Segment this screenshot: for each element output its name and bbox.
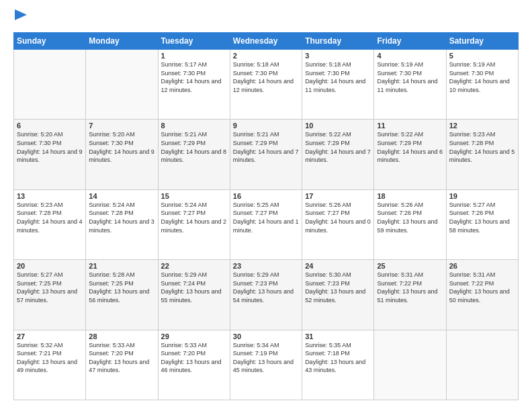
day-number: 9 (233, 122, 299, 130)
calendar-cell: 11Sunrise: 5:22 AM Sunset: 7:29 PM Dayli… (374, 120, 446, 189)
day-info: Sunrise: 5:17 AM Sunset: 7:30 PM Dayligh… (161, 60, 227, 94)
day-info: Sunrise: 5:24 AM Sunset: 7:28 PM Dayligh… (89, 201, 154, 234)
day-info: Sunrise: 5:19 AM Sunset: 7:30 PM Dayligh… (377, 60, 443, 94)
week-row-2: 6Sunrise: 5:20 AM Sunset: 7:30 PM Daylig… (14, 120, 519, 189)
calendar-cell: 6Sunrise: 5:20 AM Sunset: 7:30 PM Daylig… (14, 120, 86, 189)
day-number: 12 (449, 122, 515, 130)
calendar-cell: 18Sunrise: 5:26 AM Sunset: 7:26 PM Dayli… (374, 189, 446, 259)
day-info: Sunrise: 5:35 AM Sunset: 7:18 PM Dayligh… (305, 341, 371, 375)
day-number: 23 (233, 262, 299, 270)
day-number: 24 (305, 262, 371, 270)
calendar-table: SundayMondayTuesdayWednesdayThursdayFrid… (13, 32, 519, 400)
day-number: 11 (377, 122, 443, 130)
day-info: Sunrise: 5:27 AM Sunset: 7:26 PM Dayligh… (449, 201, 515, 234)
calendar-cell (14, 50, 86, 120)
day-number: 14 (89, 192, 154, 200)
calendar-cell: 19Sunrise: 5:27 AM Sunset: 7:26 PM Dayli… (446, 189, 518, 259)
calendar-cell: 8Sunrise: 5:21 AM Sunset: 7:29 PM Daylig… (158, 120, 230, 189)
day-number: 6 (17, 122, 83, 130)
calendar-cell: 30Sunrise: 5:34 AM Sunset: 7:19 PM Dayli… (230, 330, 302, 400)
calendar-cell: 12Sunrise: 5:23 AM Sunset: 7:28 PM Dayli… (446, 120, 518, 189)
calendar-cell: 27Sunrise: 5:32 AM Sunset: 7:21 PM Dayli… (14, 330, 86, 400)
weekday-wednesday: Wednesday (230, 33, 302, 50)
week-row-5: 27Sunrise: 5:32 AM Sunset: 7:21 PM Dayli… (14, 330, 519, 400)
day-number: 20 (17, 262, 83, 270)
calendar-cell: 26Sunrise: 5:31 AM Sunset: 7:22 PM Dayli… (446, 260, 518, 330)
calendar-cell: 25Sunrise: 5:31 AM Sunset: 7:22 PM Dayli… (374, 260, 446, 330)
logo-flag-icon (15, 9, 27, 24)
day-info: Sunrise: 5:26 AM Sunset: 7:27 PM Dayligh… (305, 201, 371, 234)
week-row-3: 13Sunrise: 5:23 AM Sunset: 7:28 PM Dayli… (14, 189, 519, 259)
day-info: Sunrise: 5:20 AM Sunset: 7:30 PM Dayligh… (17, 130, 83, 164)
day-info: Sunrise: 5:27 AM Sunset: 7:25 PM Dayligh… (17, 271, 83, 304)
day-number: 2 (233, 52, 299, 60)
day-info: Sunrise: 5:20 AM Sunset: 7:30 PM Dayligh… (89, 130, 154, 164)
weekday-tuesday: Tuesday (158, 33, 230, 50)
day-number: 22 (161, 262, 227, 270)
weekday-monday: Monday (86, 33, 158, 50)
day-number: 16 (233, 192, 299, 200)
day-info: Sunrise: 5:18 AM Sunset: 7:30 PM Dayligh… (305, 60, 371, 94)
weekday-saturday: Saturday (446, 33, 518, 50)
header (13, 11, 519, 26)
calendar-cell (446, 330, 518, 400)
svg-marker-0 (15, 9, 27, 20)
calendar-cell: 31Sunrise: 5:35 AM Sunset: 7:18 PM Dayli… (302, 330, 374, 400)
calendar-cell: 21Sunrise: 5:28 AM Sunset: 7:25 PM Dayli… (86, 260, 158, 330)
day-number: 15 (161, 192, 227, 200)
calendar-cell (374, 330, 446, 400)
weekday-thursday: Thursday (302, 33, 374, 50)
day-number: 17 (305, 192, 371, 200)
calendar-cell: 5Sunrise: 5:19 AM Sunset: 7:30 PM Daylig… (446, 50, 518, 120)
day-info: Sunrise: 5:33 AM Sunset: 7:20 PM Dayligh… (161, 341, 227, 375)
day-info: Sunrise: 5:26 AM Sunset: 7:26 PM Dayligh… (377, 201, 443, 234)
day-number: 1 (161, 52, 227, 60)
page: SundayMondayTuesdayWednesdayThursdayFrid… (0, 0, 532, 411)
day-number: 21 (89, 262, 154, 270)
day-number: 27 (17, 332, 83, 340)
day-info: Sunrise: 5:21 AM Sunset: 7:29 PM Dayligh… (233, 130, 299, 164)
day-number: 28 (89, 332, 154, 340)
weekday-friday: Friday (374, 33, 446, 50)
day-info: Sunrise: 5:30 AM Sunset: 7:23 PM Dayligh… (305, 271, 371, 304)
weekday-header-row: SundayMondayTuesdayWednesdayThursdayFrid… (14, 33, 519, 50)
day-info: Sunrise: 5:25 AM Sunset: 7:27 PM Dayligh… (233, 201, 299, 234)
calendar-cell: 3Sunrise: 5:18 AM Sunset: 7:30 PM Daylig… (302, 50, 374, 120)
day-info: Sunrise: 5:22 AM Sunset: 7:29 PM Dayligh… (377, 130, 443, 164)
calendar-cell: 2Sunrise: 5:18 AM Sunset: 7:30 PM Daylig… (230, 50, 302, 120)
day-number: 10 (305, 122, 371, 130)
calendar-cell: 9Sunrise: 5:21 AM Sunset: 7:29 PM Daylig… (230, 120, 302, 189)
day-info: Sunrise: 5:24 AM Sunset: 7:27 PM Dayligh… (161, 201, 227, 234)
calendar-cell: 4Sunrise: 5:19 AM Sunset: 7:30 PM Daylig… (374, 50, 446, 120)
day-number: 7 (89, 122, 154, 130)
calendar-cell: 15Sunrise: 5:24 AM Sunset: 7:27 PM Dayli… (158, 189, 230, 259)
calendar-cell: 20Sunrise: 5:27 AM Sunset: 7:25 PM Dayli… (14, 260, 86, 330)
day-info: Sunrise: 5:22 AM Sunset: 7:29 PM Dayligh… (305, 130, 371, 164)
day-number: 25 (377, 262, 443, 270)
day-info: Sunrise: 5:19 AM Sunset: 7:30 PM Dayligh… (449, 60, 515, 94)
calendar-cell: 16Sunrise: 5:25 AM Sunset: 7:27 PM Dayli… (230, 189, 302, 259)
day-info: Sunrise: 5:33 AM Sunset: 7:20 PM Dayligh… (89, 341, 154, 375)
day-number: 4 (377, 52, 443, 60)
week-row-4: 20Sunrise: 5:27 AM Sunset: 7:25 PM Dayli… (14, 260, 519, 330)
weekday-sunday: Sunday (14, 33, 86, 50)
calendar-cell: 24Sunrise: 5:30 AM Sunset: 7:23 PM Dayli… (302, 260, 374, 330)
calendar-cell: 22Sunrise: 5:29 AM Sunset: 7:24 PM Dayli… (158, 260, 230, 330)
calendar-cell: 14Sunrise: 5:24 AM Sunset: 7:28 PM Dayli… (86, 189, 158, 259)
week-row-1: 1Sunrise: 5:17 AM Sunset: 7:30 PM Daylig… (14, 50, 519, 120)
day-number: 30 (233, 332, 299, 340)
calendar-cell: 1Sunrise: 5:17 AM Sunset: 7:30 PM Daylig… (158, 50, 230, 120)
calendar-cell: 13Sunrise: 5:23 AM Sunset: 7:28 PM Dayli… (14, 189, 86, 259)
day-info: Sunrise: 5:31 AM Sunset: 7:22 PM Dayligh… (377, 271, 443, 304)
day-number: 13 (17, 192, 83, 200)
day-info: Sunrise: 5:34 AM Sunset: 7:19 PM Dayligh… (233, 341, 299, 375)
day-info: Sunrise: 5:29 AM Sunset: 7:24 PM Dayligh… (161, 271, 227, 304)
calendar-cell (86, 50, 158, 120)
day-info: Sunrise: 5:18 AM Sunset: 7:30 PM Dayligh… (233, 60, 299, 94)
day-info: Sunrise: 5:32 AM Sunset: 7:21 PM Dayligh… (17, 341, 83, 375)
calendar-cell: 29Sunrise: 5:33 AM Sunset: 7:20 PM Dayli… (158, 330, 230, 400)
day-number: 5 (449, 52, 515, 60)
calendar-cell: 7Sunrise: 5:20 AM Sunset: 7:30 PM Daylig… (86, 120, 158, 189)
day-number: 29 (161, 332, 227, 340)
calendar-cell: 17Sunrise: 5:26 AM Sunset: 7:27 PM Dayli… (302, 189, 374, 259)
